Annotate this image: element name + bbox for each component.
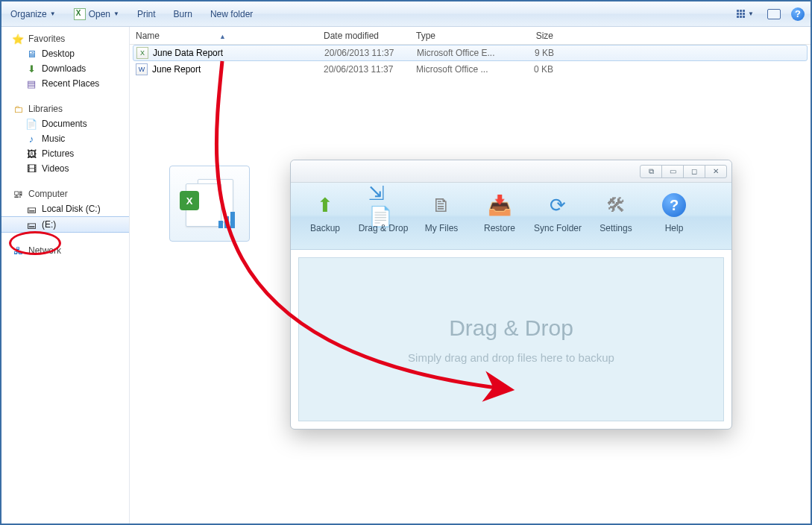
drag-drop-button[interactable]: ⇲📄 Drag & Drop — [355, 187, 412, 245]
drag-drop-icon: ⇲📄 — [368, 190, 398, 220]
sidebar-item-desktop[interactable]: 🖥Desktop — [1, 46, 129, 61]
close-button[interactable]: ✕ — [705, 165, 727, 178]
upload-arrow-icon: ⬆ — [310, 190, 340, 220]
file-date: 20/06/2013 11:37 — [324, 48, 417, 58]
word-file-icon: W — [136, 63, 148, 75]
organize-label: Organize — [10, 9, 47, 19]
app-titlebar: ⧉ ▭ ◻ ✕ — [291, 160, 731, 183]
burn-button[interactable]: Burn — [171, 7, 195, 22]
preview-pane-button[interactable] — [767, 9, 781, 19]
backup-button[interactable]: ⬆ Backup — [297, 187, 353, 245]
drop-title: Drag & Drop — [449, 315, 573, 341]
sync-icon: ⟳ — [543, 190, 573, 220]
chevron-down-icon: ▼ — [50, 10, 56, 17]
col-size[interactable]: Size — [504, 31, 558, 41]
sidebar-item-videos[interactable]: 🎞Videos — [1, 161, 129, 176]
desktop-icon: 🖥 — [25, 48, 37, 60]
file-name: June Data Report — [153, 48, 223, 58]
chevron-down-icon: ▼ — [113, 10, 119, 17]
recent-icon: ▤ — [25, 78, 37, 89]
sidebar-item-recent-places[interactable]: ▤Recent Places — [1, 76, 129, 91]
maximize-button[interactable]: ◻ — [683, 165, 705, 178]
settings-button[interactable]: 🛠 Settings — [588, 187, 644, 245]
file-type: Microsoft Office ... — [416, 64, 504, 75]
explorer-toolbar: Organize ▼ Open ▼ Print Burn New folder … — [1, 1, 811, 27]
sidebar-item-documents[interactable]: 📄Documents — [1, 116, 129, 131]
network-icon: 🖧 — [12, 245, 24, 257]
downloads-icon: ⬇ — [25, 63, 37, 75]
disk-icon: 🖴 — [25, 219, 37, 230]
file-name: June Report — [152, 64, 201, 75]
chevron-down-icon: ▼ — [748, 10, 754, 17]
app-toolbar: ⬆ Backup ⇲📄 Drag & Drop 🗎 My Files 📥 Res… — [291, 183, 731, 250]
excel-icon — [74, 8, 86, 20]
views-icon — [737, 10, 745, 18]
file-row[interactable]: XJune Data Report20/06/2013 11:37Microso… — [133, 45, 808, 61]
sidebar-item-downloads[interactable]: ⬇Downloads — [1, 61, 129, 76]
chart-icon — [218, 212, 235, 228]
col-type[interactable]: Type — [416, 31, 504, 41]
sort-asc-icon: ▲ — [219, 33, 226, 40]
excel-file-icon: X — [136, 47, 148, 59]
star-icon: ⭐ — [12, 33, 24, 45]
col-date[interactable]: Date modified — [324, 31, 416, 41]
computer-header[interactable]: 🖳Computer — [1, 186, 129, 201]
my-files-button[interactable]: 🗎 My Files — [413, 187, 470, 245]
file-size: 0 KB — [504, 64, 558, 75]
sync-folder-button[interactable]: ⟳ Sync Folder — [529, 187, 586, 245]
print-button[interactable]: Print — [134, 7, 159, 22]
libraries-icon: 🗀 — [12, 103, 24, 115]
pin-button[interactable]: ⧉ — [640, 165, 662, 178]
minimize-button[interactable]: ▭ — [661, 165, 684, 178]
col-name[interactable]: Name▲ — [136, 31, 324, 41]
excel-badge-icon: X — [180, 191, 199, 210]
videos-icon: 🎞 — [25, 163, 37, 175]
sidebar-item-local-disk-c[interactable]: 🖴Local Disk (C:) — [1, 201, 129, 216]
file-type: Microsoft Office E... — [417, 48, 505, 58]
column-headers: Name▲ Date modified Type Size — [130, 27, 811, 45]
computer-icon: 🖳 — [12, 188, 24, 200]
file-date: 20/06/2013 11:37 — [324, 64, 416, 75]
libraries-header[interactable]: 🗀Libraries — [1, 101, 129, 116]
music-icon: ♪ — [25, 133, 37, 145]
sidebar-item-music[interactable]: ♪Music — [1, 131, 129, 146]
drop-zone[interactable]: Drag & Drop Simply drag and drop files h… — [298, 257, 724, 421]
files-icon: 🗎 — [427, 190, 456, 220]
drag-ghost-thumbnail: X — [169, 166, 250, 242]
download-folder-icon: 📥 — [485, 190, 514, 220]
restore-button[interactable]: 📥 Restore — [471, 187, 528, 245]
file-size: 9 KB — [505, 48, 558, 58]
open-label: Open — [89, 9, 110, 19]
tools-icon: 🛠 — [601, 190, 631, 220]
new-folder-button[interactable]: New folder — [207, 7, 256, 22]
help-circle-icon: ? — [659, 190, 689, 220]
navigation-pane: ⭐Favorites 🖥Desktop ⬇Downloads ▤Recent P… — [1, 27, 130, 524]
network-header[interactable]: 🖧Network — [1, 243, 129, 258]
help-icon[interactable]: ? — [791, 7, 805, 21]
help-button[interactable]: ? Help — [646, 187, 702, 245]
sidebar-item-pictures[interactable]: 🖼Pictures — [1, 146, 129, 161]
views-menu[interactable]: ▼ — [734, 7, 757, 20]
sidebar-item-drive-e[interactable]: 🖴(E:) — [1, 216, 129, 233]
documents-icon: 📄 — [25, 118, 37, 130]
favorites-header[interactable]: ⭐Favorites — [1, 31, 129, 46]
pictures-icon: 🖼 — [25, 148, 37, 160]
drop-subtitle: Simply drag and drop files here to backu… — [408, 351, 614, 364]
open-menu[interactable]: Open ▼ — [71, 6, 122, 22]
disk-icon: 🖴 — [25, 203, 37, 215]
organize-menu[interactable]: Organize ▼ — [7, 7, 59, 22]
backup-app-window: ⧉ ▭ ◻ ✕ ⬆ Backup ⇲📄 Drag & Drop 🗎 My Fil… — [290, 160, 732, 430]
file-row[interactable]: WJune Report20/06/2013 11:37Microsoft Of… — [130, 61, 811, 78]
